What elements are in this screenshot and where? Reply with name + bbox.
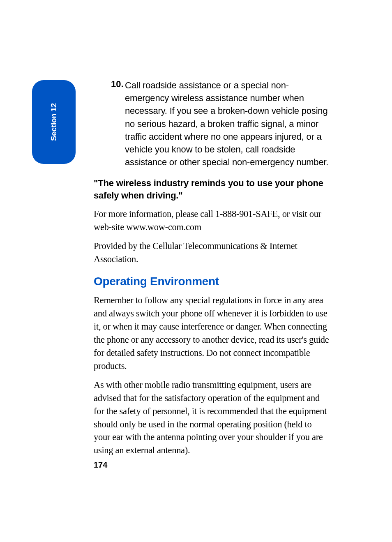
section-tab-label: Section 12 [49,103,58,141]
quote-text: "The wireless industry reminds you to us… [94,177,330,202]
info-paragraph: For more information, please call 1-888-… [94,208,330,234]
list-item-text: Call roadside assistance or a special no… [111,79,330,169]
page-number: 174 [94,460,107,470]
body-paragraph-2: As with other mobile radio transmitting … [94,378,330,457]
body-paragraph-1: Remember to follow any special regulatio… [94,294,330,373]
page-content: 10. Call roadside assistance or a specia… [94,79,330,463]
section-heading: Operating Environment [94,275,330,288]
section-tab: Section 12 [32,80,76,164]
list-item-number: 10. [94,79,111,169]
provider-paragraph: Provided by the Cellular Telecommunicati… [94,240,330,266]
list-item: 10. Call roadside assistance or a specia… [94,79,330,169]
